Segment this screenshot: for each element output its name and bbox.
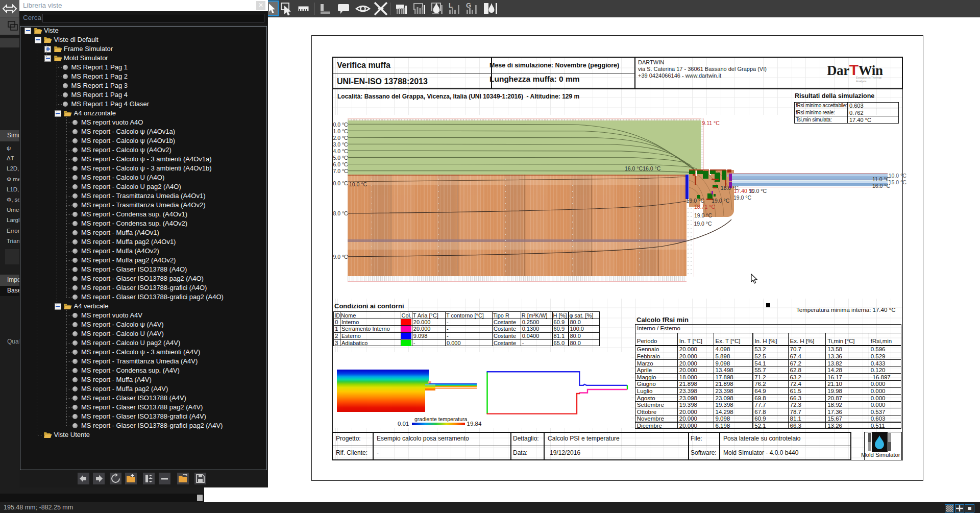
- svg-text:G: G: [466, 2, 471, 9]
- svg-text:L: L: [449, 2, 453, 9]
